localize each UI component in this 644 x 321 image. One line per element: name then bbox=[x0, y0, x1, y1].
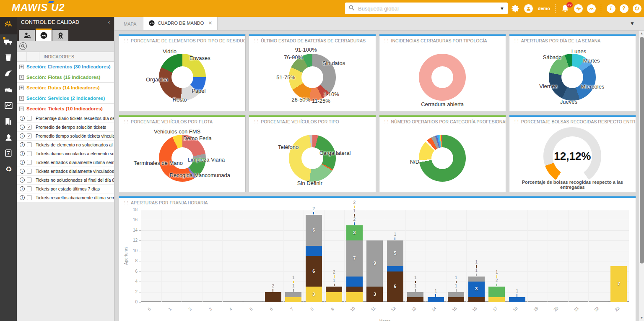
indicator-checkbox[interactable]: ✓ bbox=[27, 133, 32, 138]
info-icon[interactable]: i bbox=[20, 160, 25, 165]
drag-handle-icon[interactable]: ⋮⋮ bbox=[383, 39, 389, 43]
donut-chart[interactable] bbox=[419, 135, 466, 182]
drag-handle-icon[interactable]: ⋮⋮ bbox=[253, 39, 259, 43]
sidebar-tab-dashboard[interactable] bbox=[36, 29, 52, 41]
vertical-scrollbar[interactable]: ▲ ▼ bbox=[639, 31, 644, 321]
bar-segment[interactable] bbox=[306, 246, 322, 256]
donut-chart[interactable] bbox=[419, 54, 466, 101]
drag-handle-icon[interactable]: ⋮⋮ bbox=[253, 120, 259, 124]
rail-item-charts[interactable] bbox=[0, 98, 17, 114]
rail-item-dashboard[interactable] bbox=[0, 17, 17, 34]
info-icon[interactable]: i bbox=[20, 169, 25, 174]
bar-segment[interactable] bbox=[285, 297, 301, 302]
drag-handle-icon[interactable]: ⋮⋮ bbox=[383, 120, 389, 124]
bar-segment[interactable] bbox=[468, 297, 485, 302]
section-row[interactable]: +Sección: Flotas (15 Indicadores) bbox=[17, 72, 114, 83]
indicator-checkbox[interactable]: ✓ bbox=[27, 125, 32, 130]
indicator-row[interactable]: iTickets no solucionados al final del dí… bbox=[17, 176, 114, 185]
info-icon[interactable]: i bbox=[20, 186, 25, 191]
indicator-checkbox[interactable] bbox=[27, 160, 32, 165]
collapse-icon[interactable]: − bbox=[19, 107, 24, 111]
indicator-row[interactable]: iTickets entrados diariamente vinculados… bbox=[17, 167, 114, 176]
indicator-row[interactable]: iTickets de elemento no solucionados al … bbox=[17, 141, 114, 149]
scroll-down-icon[interactable]: ▼ bbox=[639, 315, 644, 321]
drag-handle-icon[interactable]: ⋮⋮ bbox=[123, 120, 129, 124]
expand-icon[interactable]: + bbox=[19, 75, 24, 80]
tab-cuadro-de-mando[interactable]: CUADRO DE MANDO ✕ bbox=[143, 16, 218, 30]
sidebar-tab-inspector[interactable] bbox=[19, 30, 35, 41]
bar-segment[interactable] bbox=[407, 297, 423, 302]
rail-item-tickets[interactable] bbox=[0, 82, 17, 98]
indicator-checkbox[interactable] bbox=[27, 142, 32, 147]
bar-segment[interactable] bbox=[346, 292, 363, 302]
rail-item-fleet[interactable] bbox=[0, 34, 17, 50]
sidebar-tab-quality-award[interactable] bbox=[52, 30, 68, 41]
rail-item-recycling[interactable]: ♻ bbox=[0, 162, 17, 178]
section-row[interactable]: +Sección: Servicios (2 Indicadores) bbox=[17, 93, 114, 104]
section-row[interactable]: +Sección: Rutas (14 Indicadores) bbox=[17, 83, 114, 93]
info-icon[interactable]: i bbox=[20, 177, 25, 183]
info-icon[interactable]: i bbox=[20, 125, 25, 130]
bar-segment[interactable] bbox=[326, 287, 342, 292]
user-avatar[interactable] bbox=[524, 4, 533, 13]
power-icon[interactable] bbox=[632, 4, 641, 13]
donut-chart[interactable] bbox=[289, 135, 336, 182]
tab-close-icon[interactable]: ✕ bbox=[208, 20, 212, 26]
indicator-row[interactable]: iTickets por estado últimos 7 días bbox=[17, 185, 114, 193]
indicator-row[interactable]: iPorcentaje diario tickets resueltos día… bbox=[17, 114, 114, 123]
activity-pulse-icon[interactable] bbox=[574, 4, 583, 13]
bar-segment[interactable] bbox=[448, 292, 464, 297]
indicator-checkbox[interactable] bbox=[27, 195, 32, 200]
section-row[interactable]: +Sección: Elementos (30 Indicadores) bbox=[17, 62, 114, 72]
info-icon[interactable]: i bbox=[20, 133, 25, 138]
expand-icon[interactable]: + bbox=[19, 65, 24, 69]
bar-segment[interactable] bbox=[387, 266, 403, 271]
bar-segment[interactable] bbox=[509, 297, 525, 302]
info-icon[interactable]: i bbox=[20, 142, 25, 147]
indicator-checkbox[interactable] bbox=[27, 116, 32, 121]
indicator-row[interactable]: iTickets diarios vinculados a elemento s… bbox=[17, 149, 114, 158]
info-icon[interactable]: i bbox=[20, 195, 25, 200]
indicator-row[interactable]: iTickets entrados diariamente última sem… bbox=[17, 158, 114, 167]
indicator-search-icon[interactable] bbox=[19, 42, 27, 50]
tab-mapa[interactable]: MAPA bbox=[117, 18, 143, 30]
info-icon[interactable]: i bbox=[20, 151, 25, 156]
scroll-up-icon[interactable]: ▲ bbox=[639, 31, 644, 37]
drag-handle-icon[interactable]: ⋮⋮ bbox=[123, 39, 129, 43]
info-icon[interactable]: i bbox=[606, 4, 615, 13]
rail-item-incidents[interactable] bbox=[0, 66, 17, 82]
indicator-row[interactable]: iTickets resueltos diariamente última se… bbox=[17, 193, 114, 202]
rail-item-costs[interactable]: € bbox=[0, 146, 17, 162]
drag-handle-icon[interactable]: ⋮⋮ bbox=[513, 120, 519, 124]
settings-gear-icon[interactable] bbox=[511, 4, 520, 13]
indicator-checkbox[interactable] bbox=[27, 177, 32, 183]
indicator-row[interactable]: i✓Promedio de tiempo solución tickets bbox=[17, 123, 114, 132]
indicator-checkbox[interactable] bbox=[27, 169, 32, 174]
expand-icon[interactable]: + bbox=[19, 86, 24, 90]
sidebar-collapse-icon[interactable]: ‹ bbox=[108, 19, 110, 25]
bar-segment[interactable] bbox=[488, 297, 505, 302]
indicator-checkbox[interactable] bbox=[27, 186, 32, 191]
bar-segment[interactable] bbox=[265, 292, 281, 302]
dashboard-gauge-icon[interactable] bbox=[587, 4, 596, 13]
bar-segment[interactable] bbox=[407, 292, 423, 297]
bar-segment[interactable] bbox=[326, 292, 342, 302]
bar-segment[interactable] bbox=[448, 297, 464, 302]
info-icon[interactable]: i bbox=[20, 116, 25, 121]
expand-icon[interactable]: + bbox=[19, 96, 24, 101]
search-dropdown-icon[interactable]: ▼ bbox=[500, 6, 504, 11]
bar-segment[interactable] bbox=[428, 297, 444, 302]
rail-item-operators[interactable] bbox=[0, 130, 17, 146]
rail-item-buildings[interactable] bbox=[0, 114, 17, 130]
bar-segment[interactable] bbox=[346, 287, 363, 292]
section-row[interactable]: −Sección: Tickets (10 Indicadores) bbox=[17, 104, 114, 114]
bar-segment[interactable] bbox=[488, 287, 505, 297]
drag-handle-icon[interactable]: ⋮⋮ bbox=[123, 201, 129, 205]
notifications-bell-icon[interactable]: 27 bbox=[561, 4, 570, 13]
scrollbar-thumb[interactable] bbox=[640, 37, 644, 264]
drag-handle-icon[interactable]: ⋮⋮ bbox=[513, 39, 519, 43]
help-icon[interactable]: ? bbox=[619, 4, 628, 13]
tabstrip-dropdown-icon[interactable]: ▼ bbox=[630, 21, 635, 26]
search-input[interactable] bbox=[357, 5, 500, 12]
bar-segment[interactable] bbox=[468, 277, 485, 282]
